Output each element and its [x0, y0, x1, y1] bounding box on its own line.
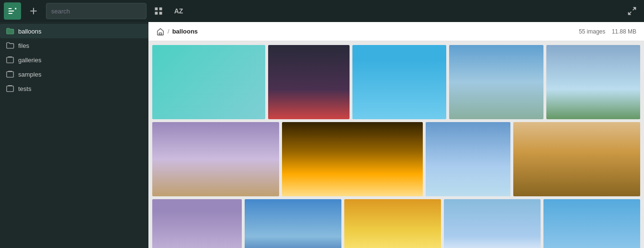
svg-rect-1 — [155, 8, 158, 11]
thumbnail[interactable] — [268, 45, 350, 119]
sidebar-item-samples[interactable]: samples + — [0, 67, 148, 81]
thumbnail[interactable] — [352, 45, 446, 119]
grid-row — [152, 122, 640, 196]
thumbnail[interactable] — [245, 199, 341, 248]
menu-button[interactable] — [4, 2, 21, 20]
content-area: / balloons 55 images 11.88 MB — [148, 22, 644, 248]
thumbnail[interactable] — [444, 199, 541, 248]
sidebar: balloons files galleries + samples + — [0, 22, 148, 248]
thumbnail[interactable] — [426, 122, 510, 196]
expand-button[interactable] — [624, 3, 640, 19]
breadcrumb-home-button[interactable] — [156, 27, 165, 36]
svg-point-0 — [15, 8, 16, 9]
thumbnail[interactable] — [543, 199, 640, 248]
svg-rect-7 — [7, 86, 13, 92]
search-input[interactable] — [46, 3, 147, 19]
thumbnail[interactable] — [546, 45, 640, 119]
svg-rect-5 — [7, 57, 13, 63]
thumbnail[interactable] — [282, 122, 423, 196]
thumbnail[interactable] — [449, 45, 543, 119]
sidebar-item-label: balloons — [18, 28, 143, 35]
sidebar-item-galleries[interactable]: galleries + — [0, 53, 148, 67]
thumbnail[interactable] — [152, 45, 265, 119]
svg-rect-4 — [159, 12, 162, 15]
main-area: balloons files galleries + samples + — [0, 22, 644, 248]
image-count: 55 images — [579, 28, 605, 35]
breadcrumb-current-folder: balloons — [172, 28, 198, 35]
svg-rect-2 — [159, 8, 162, 11]
thumbnail[interactable] — [152, 122, 279, 196]
sidebar-item-label: samples — [18, 71, 130, 78]
breadcrumb-separator: / — [168, 28, 169, 35]
sidebar-item-label: galleries — [18, 56, 130, 64]
sidebar-item-files[interactable]: files — [0, 38, 148, 53]
sidebar-item-label: tests — [18, 85, 130, 92]
sort-button[interactable]: AZ — [170, 3, 187, 19]
breadcrumb-meta: 55 images 11.88 MB — [579, 28, 636, 35]
sidebar-item-balloons[interactable]: balloons — [0, 24, 148, 38]
view-toggle-button[interactable] — [150, 3, 167, 19]
thumbnail[interactable] — [513, 122, 640, 196]
thumbnail[interactable] — [344, 199, 441, 248]
grid-row — [152, 199, 640, 248]
sidebar-item-tests[interactable]: tests + — [0, 81, 148, 96]
thumbnail[interactable] — [152, 199, 242, 248]
grid-row — [152, 45, 640, 119]
sidebar-item-label: files — [18, 42, 143, 49]
add-button[interactable] — [25, 2, 42, 20]
svg-rect-3 — [155, 12, 158, 15]
breadcrumb: / balloons — [156, 27, 198, 36]
breadcrumb-bar: / balloons 55 images 11.88 MB — [148, 22, 644, 41]
topbar: AZ — [0, 0, 644, 22]
svg-rect-8 — [159, 33, 161, 34]
file-size: 11.88 MB — [612, 28, 636, 35]
image-grid[interactable] — [148, 41, 644, 248]
svg-rect-6 — [7, 72, 13, 78]
